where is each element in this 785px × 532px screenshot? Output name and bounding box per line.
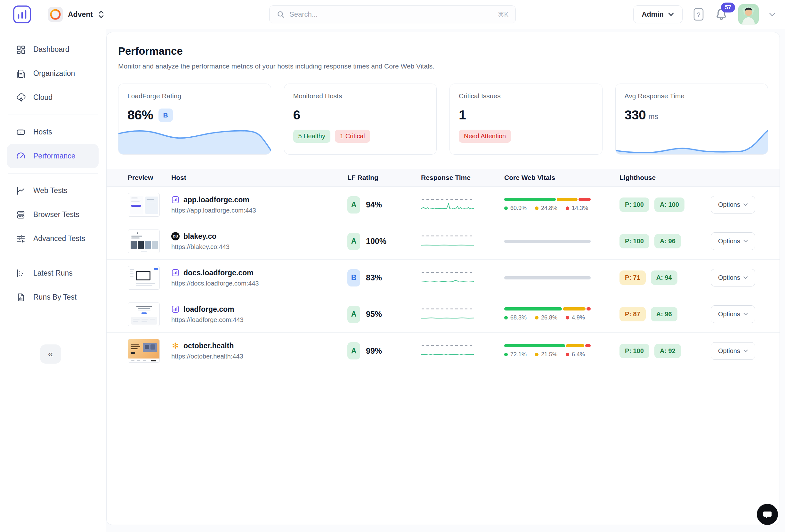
app-logo-icon[interactable] (13, 5, 31, 24)
lf-rating-grade-badge: A (347, 233, 360, 250)
options-button[interactable]: Options (711, 232, 755, 250)
help-doc-icon: ? (693, 7, 704, 21)
sidebar: Dashboard Organization Cloud Hosts (0, 29, 106, 532)
host-name[interactable]: loadforge.com (183, 305, 234, 314)
org-selector-chevrons-icon (98, 10, 104, 19)
sidebar-item-dashboard[interactable]: Dashboard (0, 37, 106, 61)
stat-label: LoadForge Rating (127, 92, 262, 100)
page-subtitle: Monitor and analyze the performance metr… (118, 62, 768, 70)
stat-card-critical-issues: Critical Issues 1 Need Attention (450, 83, 603, 155)
sidebar-item-hosts[interactable]: Hosts (0, 120, 106, 144)
col-lighthouse: Lighthouse (619, 174, 700, 181)
response-time-sparkline (421, 196, 475, 214)
sidebar-item-runs-by-test[interactable]: Runs By Test (0, 285, 106, 309)
notification-count-badge: 57 (721, 3, 735, 12)
lf-rating-grade-badge: B (347, 269, 360, 286)
options-button[interactable]: Options (711, 196, 755, 213)
core-web-vitals-legend: 60.9% 24.8% 14.3% (504, 205, 619, 211)
chevron-down-icon (743, 313, 748, 315)
rating-sparkline (118, 124, 271, 155)
host-name[interactable]: docs.loadforge.com (183, 269, 254, 277)
rating-grade-badge: B (158, 108, 173, 122)
stat-value: 330 (625, 107, 646, 123)
lighthouse-accessibility-badge: A: 94 (651, 271, 678, 285)
search-input[interactable] (289, 10, 493, 19)
search-icon (277, 10, 285, 19)
help-button[interactable]: ? (693, 7, 704, 21)
sidebar-item-organization[interactable]: Organization (0, 61, 106, 85)
lf-rating-percent: 94% (366, 200, 382, 209)
stat-label: Critical Issues (459, 92, 593, 100)
good-dot-icon (504, 316, 508, 320)
host-preview-thumbnail[interactable] (128, 266, 160, 290)
org-name: Advent (68, 10, 93, 19)
stat-card-avg-response-time: Avg Response Time 330 ms (615, 83, 768, 155)
col-response-time: Response Time (421, 174, 504, 181)
host-name[interactable]: blakey.co (183, 232, 217, 241)
core-web-vitals-bar (504, 344, 591, 347)
chevron-down-icon (743, 203, 748, 206)
sidebar-item-latest-runs[interactable]: Latest Runs (0, 261, 106, 285)
core-web-vitals-bar (504, 307, 591, 310)
host-favicon-flower-icon: ✻ (171, 342, 180, 350)
user-menu-chevron-icon[interactable] (769, 12, 776, 17)
options-button[interactable]: Options (711, 269, 755, 286)
stat-value: 86% (127, 107, 153, 123)
col-core-web-vitals: Core Web Vitals (504, 174, 619, 181)
sidebar-item-cloud[interactable]: Cloud (0, 85, 106, 109)
sidebar-collapse-button[interactable]: « (40, 345, 61, 364)
page-title: Performance (118, 45, 768, 57)
poor-dot-icon (566, 353, 569, 356)
table-row: ✻ october.health https://october.health:… (107, 333, 780, 369)
lighthouse-performance-badge: P: 87 (619, 307, 646, 321)
options-button[interactable]: Options (711, 342, 755, 360)
response-sparkline (615, 124, 768, 155)
sidebar-item-browser-tests[interactable]: Browser Tests (0, 203, 106, 227)
sidebar-item-advanced-tests[interactable]: Advanced Tests (0, 227, 106, 251)
table-header-row: Preview Host LF Rating Response Time Cor… (107, 169, 780, 186)
lighthouse-accessibility-badge: A: 100 (654, 198, 684, 212)
host-preview-thumbnail[interactable] (128, 303, 160, 326)
sidebar-item-performance[interactable]: Performance (7, 144, 99, 168)
need-attention-badge: Need Attention (459, 130, 511, 143)
core-web-vitals-legend: 68.3% 26.8% 4.9% (504, 314, 619, 321)
sidebar-item-web-tests[interactable]: Web Tests (0, 179, 106, 203)
global-search: ⌘K (269, 5, 516, 23)
lighthouse-performance-badge: P: 71 (619, 271, 646, 285)
options-button[interactable]: Options (711, 305, 755, 323)
stat-card-monitored-hosts: Monitored Hosts 6 5 Healthy 1 Critical (284, 83, 437, 155)
response-time-sparkline (421, 269, 475, 287)
sidebar-item-label: Web Tests (33, 186, 68, 195)
host-favicon-db-icon: DB (171, 232, 180, 240)
lf-rating-percent: 95% (366, 309, 382, 319)
sidebar-divider (8, 256, 98, 256)
lighthouse-performance-badge: P: 100 (619, 198, 649, 212)
host-name[interactable]: october.health (183, 341, 234, 350)
host-favicon-chart-icon (171, 305, 180, 313)
user-avatar[interactable] (738, 4, 759, 25)
lighthouse-accessibility-badge: A: 96 (654, 234, 681, 248)
response-time-sparkline (421, 232, 475, 250)
admin-menu-button[interactable]: Admin (633, 5, 683, 23)
notifications-button[interactable]: 57 (714, 7, 728, 22)
needs-improvement-dot-icon (535, 353, 538, 356)
browser-windows-icon (16, 210, 26, 220)
sidebar-divider (8, 173, 98, 174)
org-switcher[interactable]: Advent (48, 7, 104, 22)
host-preview-thumbnail[interactable] (128, 193, 160, 217)
col-preview: Preview (128, 174, 171, 181)
sidebar-item-label: Runs By Test (33, 293, 77, 302)
host-preview-thumbnail[interactable] (128, 229, 160, 253)
core-web-vitals-empty-bar (504, 276, 591, 279)
search-shortcut-hint: ⌘K (498, 10, 508, 18)
stat-label: Avg Response Time (625, 92, 759, 100)
chat-bubble-icon (762, 509, 773, 520)
host-name[interactable]: app.loadforge.com (183, 196, 249, 204)
table-row: docs.loadforge.com https://docs.loadforg… (107, 260, 780, 296)
chat-widget-button[interactable] (757, 504, 778, 525)
svg-text:?: ? (697, 11, 700, 18)
host-preview-thumbnail[interactable] (128, 339, 160, 363)
lighthouse-accessibility-badge: A: 92 (654, 344, 681, 358)
lighthouse-performance-badge: P: 100 (619, 234, 649, 248)
lf-rating-grade-badge: A (347, 306, 360, 323)
